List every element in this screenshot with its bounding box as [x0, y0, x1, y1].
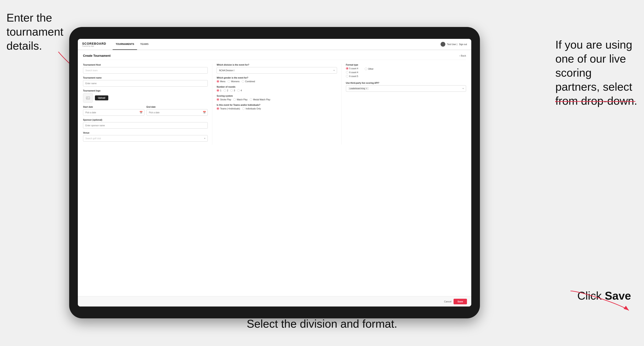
api-dropdown-arrow-icon: ▾	[463, 87, 464, 90]
api-tag-value: Leaderboard King	[350, 87, 365, 90]
sponsor-group: Sponsor (optional)	[83, 119, 208, 129]
logo-area: SCOREBOARD Powered by clippi	[82, 42, 106, 47]
scoring-stroke-label: Stroke Play	[220, 98, 231, 101]
rounds-4-radio[interactable]	[237, 89, 240, 92]
gender-combined-radio[interactable]	[242, 80, 244, 83]
gender-group: Which gender is the event for? Mens Wome…	[216, 77, 337, 83]
teams-label: Is this event for Teams and/or Individua…	[216, 104, 337, 106]
nav-tournaments[interactable]: TOURNAMENTS	[113, 39, 137, 50]
teams-individuals[interactable]: Individuals Only	[242, 107, 261, 110]
gender-combined[interactable]: Combined	[242, 80, 255, 83]
gender-mens[interactable]: Mens	[216, 80, 225, 83]
gender-mens-radio[interactable]	[216, 80, 219, 83]
scroll-content: Create Tournament Back Tournament Host S…	[78, 50, 471, 307]
scoring-medal-label: Medal Match Play	[253, 98, 270, 101]
rounds-2-radio[interactable]	[224, 89, 226, 92]
tournament-logo-label: Tournament logo	[83, 90, 208, 92]
format-6count5[interactable]: 6 count 5	[346, 75, 358, 77]
tournament-host-placeholder: Search team	[86, 69, 98, 72]
end-date-label: End date	[146, 106, 208, 108]
format-5count4-radio[interactable]	[346, 67, 348, 70]
format-6count4-radio[interactable]	[346, 71, 348, 74]
tablet-frame: SCOREBOARD Powered by clippi TOURNAMENTS…	[69, 27, 480, 318]
gender-womens[interactable]: Womens	[228, 80, 240, 83]
api-tag-remove[interactable]: ✕	[366, 87, 368, 90]
annotation-bottom-right: Click Save	[577, 289, 631, 303]
teams-teams-radio[interactable]	[216, 107, 219, 110]
scoring-radio-group: Stroke Play Match Play Medal Match Play	[216, 98, 337, 101]
teams-radio-group: Teams (+Individuals) Individuals Only	[216, 107, 337, 110]
format-label: Format type	[346, 64, 466, 66]
division-select[interactable]: NCAA Division I ▾	[216, 67, 337, 74]
division-arrow-icon: ▾	[334, 69, 335, 71]
rounds-2[interactable]: 2	[224, 89, 228, 92]
rounds-3-radio[interactable]	[230, 89, 233, 92]
cancel-button[interactable]: Cancel	[444, 300, 452, 303]
tournament-host-input[interactable]: Search team	[83, 67, 208, 74]
upload-button[interactable]: Upload	[95, 95, 108, 100]
scoring-match-radio[interactable]	[233, 98, 236, 101]
format-options-left: 5 count 4 6 count 4 6 count 5	[346, 67, 358, 77]
middle-column: Which division is the event for? NCAA Di…	[212, 64, 337, 145]
date-group: Start date 📅 End date	[83, 106, 208, 116]
scoring-group: Scoring system Stroke Play Match Play	[216, 95, 337, 101]
annotation-bottom-center: Select the division and format.	[247, 317, 397, 331]
rounds-1-radio[interactable]	[216, 89, 219, 92]
scoring-stroke-radio[interactable]	[216, 98, 219, 101]
logo-sub: Powered by clippi	[82, 45, 106, 47]
venue-arrow-icon: ▾	[204, 137, 205, 140]
back-button[interactable]: Back	[460, 54, 466, 57]
scoring-label: Scoring system	[216, 95, 337, 97]
venue-placeholder: Search golf club	[86, 137, 101, 140]
save-button[interactable]: Save	[454, 299, 467, 304]
scoring-medal[interactable]: Medal Match Play	[250, 98, 270, 101]
sign-out-link[interactable]: Sign out	[459, 43, 467, 45]
format-other[interactable]: Other	[365, 68, 374, 70]
format-other-radio[interactable]	[365, 68, 367, 70]
division-group: Which division is the event for? NCAA Di…	[216, 64, 337, 74]
rounds-1[interactable]: 1	[216, 89, 221, 92]
end-cal-icon: 📅	[203, 111, 206, 114]
form-wrapper: Create Tournament Back Tournament Host S…	[78, 50, 471, 307]
format-other-group: Other	[365, 67, 374, 77]
tournament-logo-group: Tournament logo Upload	[83, 90, 208, 103]
teams-teams[interactable]: Teams (+Individuals)	[216, 107, 240, 110]
division-label: Which division is the event for?	[216, 64, 337, 66]
end-date-input[interactable]	[146, 109, 208, 116]
start-date-input[interactable]	[83, 109, 144, 116]
format-6count4-label: 6 count 4	[349, 71, 358, 74]
annotation-top-left: Enter the tournament details.	[6, 11, 67, 53]
form-title: Create Tournament	[83, 54, 110, 57]
form-footer: Cancel Save	[78, 296, 471, 307]
rounds-4[interactable]: 4	[237, 89, 242, 92]
rounds-3[interactable]: 3	[230, 89, 235, 92]
tournament-host-label: Tournament Host	[83, 64, 208, 66]
rounds-radio-group: 1 2 3	[216, 89, 337, 92]
teams-individuals-radio[interactable]	[242, 107, 245, 110]
scoring-stroke[interactable]: Stroke Play	[216, 98, 231, 101]
logo-text: SCOREBOARD	[82, 42, 106, 45]
format-5count4[interactable]: 5 count 4	[346, 67, 358, 70]
format-6count5-radio[interactable]	[346, 75, 348, 77]
venue-label: Venue	[83, 132, 208, 134]
sponsor-input[interactable]	[83, 122, 208, 129]
form-header: Create Tournament Back	[83, 54, 466, 60]
scoring-medal-radio[interactable]	[250, 98, 252, 101]
teams-group: Is this event for Teams and/or Individua…	[216, 104, 337, 110]
format-6count4[interactable]: 6 count 4	[346, 71, 358, 74]
start-date-wrap: 📅	[83, 109, 144, 116]
nav-teams[interactable]: TEAMS	[137, 39, 152, 50]
tournament-host-group: Tournament Host Search team	[83, 64, 208, 74]
navbar: SCOREBOARD Powered by clippi TOURNAMENTS…	[78, 39, 471, 50]
scoring-match[interactable]: Match Play	[233, 98, 247, 101]
gender-womens-radio[interactable]	[228, 80, 230, 83]
tournament-name-input[interactable]	[83, 80, 208, 87]
right-column: Format type 5 count 4 6 count	[341, 64, 466, 145]
start-cal-icon: 📅	[140, 111, 143, 114]
teams-individuals-label: Individuals Only	[246, 108, 261, 110]
tournament-name-label: Tournament name	[83, 77, 208, 79]
api-dropdown[interactable]: Leaderboard King ✕ ▾	[346, 85, 466, 92]
user-name: Test User |	[447, 43, 458, 45]
end-date-group: End date 📅	[146, 106, 208, 116]
venue-input[interactable]: Search golf club ▾	[83, 135, 208, 142]
